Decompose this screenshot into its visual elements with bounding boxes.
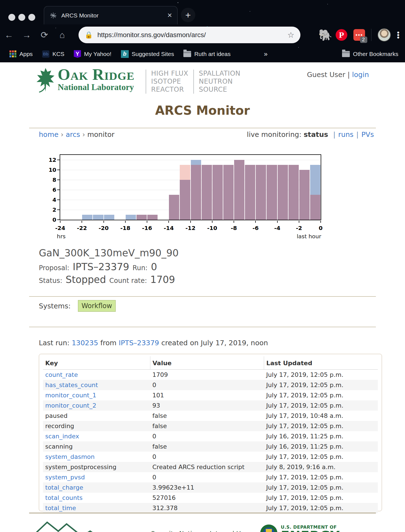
y-axis-tick [57,160,60,160]
gridline [60,160,321,160]
tab-favicon-starburst-icon [49,11,57,20]
y-axis-tick [57,200,60,200]
window-close-button[interactable] [8,14,15,21]
key-system_postprocessing: system_postprocessing [45,464,117,470]
bookmark-ruth-art-ideas[interactable]: Ruth art ideas [183,51,231,57]
x-axis-caption-last-hour: last hour [297,233,321,240]
pinterest-extension-icon[interactable]: P [336,29,347,41]
bar-overlap-segment [278,165,288,220]
bookmark-kcs[interactable]: Bb KCS [42,50,64,58]
y-axis-tick [57,209,60,210]
reload-icon[interactable]: ⟳ [36,30,53,40]
internal-users-link[interactable]: Internal Users [210,530,254,532]
bar-overlap-segment [256,165,266,220]
key-scanning: scanning [45,443,73,450]
last-run-number-link[interactable]: 130235 [72,339,98,347]
value-cell: false [150,441,264,452]
bar-overlap-segment [136,215,147,220]
forward-icon[interactable]: → [18,30,36,40]
lock-icon[interactable]: 🔒 [85,31,93,39]
key-count_rate[interactable]: count_rate [45,371,78,378]
browser-chrome: ARCS Monitor ✕ + ← → ⟳ ⌂ 🔒 https://monit… [0,0,405,62]
y-axis-tick [57,170,60,170]
profile-avatar[interactable] [378,28,391,42]
key-total_counts[interactable]: total_counts [45,494,83,501]
key-monitor_count_2[interactable]: monitor_count_2 [45,402,96,409]
y-axis-label: 0 [45,216,56,223]
tab-title: ARCS Monitor [61,12,167,19]
x-axis-tick [255,221,256,223]
updated-cell: July 16, 2019, 11:25 p.m. [264,441,378,452]
bookmarks-overflow-chevron[interactable]: » [264,50,267,58]
ornl-wordmark: Oak Ridge National Laboratory [58,67,135,92]
back-icon[interactable]: ← [0,30,18,40]
tab-close-icon[interactable]: ✕ [167,12,172,19]
browser-tab[interactable]: ARCS Monitor ✕ [44,6,178,24]
horizontal-rule [29,327,376,327]
updated-cell: July 17, 2019, 12:05 p.m. [264,421,378,431]
key-scan_index[interactable]: scan_index [45,433,79,440]
key-total_time[interactable]: total_time [45,505,76,511]
live-runs-link[interactable]: runs [338,131,353,139]
x-axis-label: -16 [139,225,155,231]
evernote-extension-icon[interactable]: 🐘 [318,29,330,41]
bookmarks-bar: Apps Bb KCS Y My Yahoo! b Suggested Site… [0,45,405,62]
toolbar-divider [371,29,371,41]
window-minimize-button[interactable] [18,14,25,21]
updated-cell: July 17, 2019, 10:48 a.m. [264,411,378,421]
table-row: total_time312.378July 17, 2019, 12:05 p.… [43,503,378,513]
x-axis-label: -20 [95,225,112,231]
key-monitor_count_1[interactable]: monitor_count_1 [45,392,96,399]
workflow-status-badge[interactable]: Workflow [78,300,116,312]
bar-blue-segment [82,215,92,220]
x-axis-label: -10 [204,225,221,231]
value-cell: 312.378 [150,503,264,513]
value-cell: 0 [150,452,264,462]
y-axis-label: 8 [45,177,56,183]
bar-blue-segment [104,215,114,220]
systems-row: Systems: Workflow [39,300,116,312]
doe-wordmark: U.S. DEPARTMENT OF ENERGY [281,525,340,532]
ornl-name: Oak Ridge [58,67,135,82]
red-dots-extension-icon[interactable]: ••• 2 [353,29,365,41]
updated-cell: July 17, 2019, 12:05 p.m. [264,400,378,411]
y-axis-label: 12 [45,157,56,163]
user-session: Guest User | login [307,71,369,79]
key-total_charge[interactable]: total_charge [45,484,83,491]
breadcrumb-home-link[interactable]: home [39,131,59,139]
key-paused: paused [45,412,67,419]
live-pvs-link[interactable]: PVs [361,131,374,139]
breadcrumb-arcs-link[interactable]: arcs [66,131,80,139]
table-row: recordingfalseJuly 17, 2019, 12:05 p.m. [43,421,378,431]
url-text[interactable]: https://monitor.sns.gov/dasmon/arcs/ [97,31,287,39]
new-tab-button[interactable]: + [181,8,195,22]
key-has_states_count[interactable]: has_states_count [45,382,98,388]
updated-cell: July 8, 2019, 9:16 a.m. [264,462,378,472]
other-bookmarks[interactable]: Other Bookmarks [342,51,398,57]
page-content: Oak Ridge National Laboratory HIGH FLUXI… [0,62,405,532]
activity-histogram-chart: 024681012-24-22-20-18-16-14-12-10-8-6-4-… [60,154,321,220]
x-axis-label: 0 [312,225,329,231]
bookmark-suggested-sites[interactable]: b Suggested Sites [121,50,174,58]
key-system_pvsd[interactable]: system_pvsd [45,474,85,481]
ornl-header: Oak Ridge National Laboratory HIGH FLUXI… [36,67,241,94]
col-header-updated: Last Updated [264,356,378,370]
x-axis-label: -14 [160,225,177,231]
key-system_dasmon[interactable]: system_dasmon [45,453,95,460]
home-icon[interactable]: ⌂ [53,30,71,40]
bookmark-my-yahoo[interactable]: Y My Yahoo! [74,50,111,58]
value-cell: 527016 [150,493,264,503]
bookmark-star-icon[interactable]: ☆ [287,30,294,40]
value-cell: false [150,421,264,431]
menu-dots-icon[interactable]: ••• [397,31,399,39]
last-run-proposal-link[interactable]: IPTS–23379 [119,339,159,347]
updated-cell: July 17, 2019, 12:05 p.m. [264,380,378,390]
address-bar[interactable]: 🔒 https://monitor.sns.gov/dasmon/arcs/ ☆ [79,27,300,43]
window-zoom-button[interactable] [28,14,35,21]
bookmark-apps[interactable]: Apps [9,50,33,57]
window-controls[interactable] [8,14,35,21]
security-notice-link[interactable]: Security Notice [151,530,199,532]
x-axis-label: -12 [182,225,199,231]
login-link[interactable]: login [352,71,369,79]
proposal-row: Proposal:IPTS–23379 Run:0 [39,261,179,272]
